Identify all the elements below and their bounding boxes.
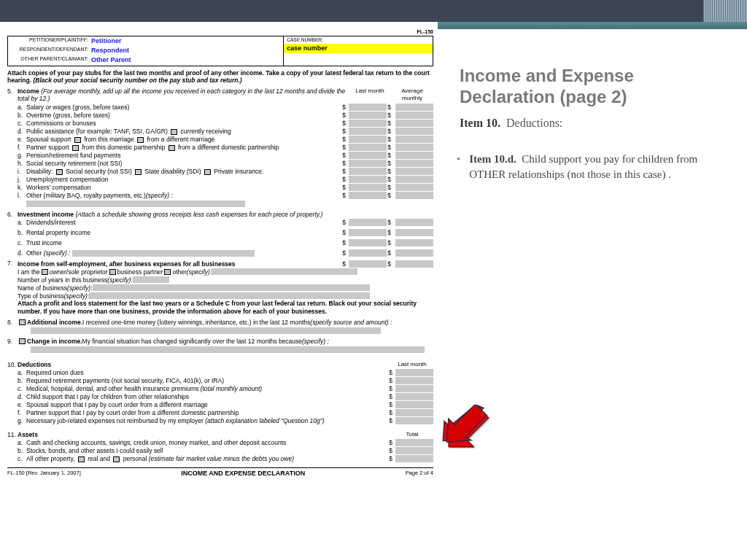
footer: FL-150 [Rev. January 1, 2007] INCOME AND… [7, 467, 433, 478]
line-10d: Child support that I pay for children fr… [26, 393, 388, 401]
petitioner-value: Petitioner [91, 37, 122, 45]
line-10e: Spousal support that I pay by court orde… [26, 401, 388, 409]
respondent-value: Respondent [91, 47, 129, 55]
fill-blank[interactable] [31, 346, 425, 353]
section-7-title: Income from self-employment, after busin… [18, 260, 341, 268]
line-5j: Unemployment compensation [26, 176, 341, 184]
line-10f: Partner support that I pay by court orde… [26, 409, 388, 417]
item-10d-bullet: • Item 10.d. Child support you pay for c… [460, 152, 715, 182]
teal-strip [438, 22, 747, 29]
line-5f: Partner support [26, 144, 69, 151]
section-10: 10. DeductionsLast month a.Required unio… [7, 361, 433, 425]
section-5: 5. Income (For average monthly, add up a… [7, 88, 433, 208]
line-6c: Trust income [26, 239, 341, 247]
checkbox[interactable] [56, 169, 63, 175]
respondent-label: RESPONDENT/DEFENDANT: [11, 47, 91, 55]
line-10a: Required union dues [26, 369, 388, 377]
line-11c: All other property, [26, 455, 74, 462]
line-11b: Stocks, bonds, and other assets I could … [26, 447, 388, 455]
footer-center: INCOME AND EXPENSE DECLARATION [181, 470, 305, 478]
instructions: Attach copies of your pay stubs for the … [7, 69, 433, 85]
section-5-title: Income [18, 88, 39, 95]
form-column: FL-150 PETITIONER/PLAINTIFF:Petitioner R… [0, 29, 438, 478]
line-5k: Workers' compensation [26, 184, 341, 192]
footer-left: FL-150 [Rev. January 1, 2007] [7, 470, 81, 478]
checkbox[interactable] [78, 456, 85, 462]
section-5-note: (For average monthly, add up all the inc… [18, 88, 345, 103]
other-parent-label: OTHER PARENT/CLAIMANT: [11, 56, 91, 64]
case-number-label: CASE NUMBER: [284, 36, 433, 44]
checkbox[interactable] [42, 269, 48, 275]
section-7-num: 7. [7, 260, 18, 315]
line-5e: Spousal support [26, 136, 71, 143]
item-10-heading: Item 10. Deductions: [460, 117, 715, 130]
line-5c: Commissions or bonuses [26, 120, 341, 128]
line-5i: Disability: [26, 168, 53, 175]
fill-blank[interactable] [93, 284, 370, 291]
case-number-value: case number [284, 44, 433, 53]
line-5a: Salary or wages (gross, before taxes) [26, 104, 341, 112]
checkbox[interactable] [135, 169, 142, 175]
arrow-icon [438, 405, 496, 448]
fill-blank[interactable] [26, 201, 245, 207]
line-5d: Public assistance (for example: TANF, SS… [26, 128, 168, 135]
line-10g: Necessary job-related expenses not reimb… [26, 417, 204, 424]
checkbox[interactable] [204, 169, 211, 175]
header-box: PETITIONER/PLAINTIFF:Petitioner RESPONDE… [7, 36, 433, 66]
line-10b: Required retirement payments (not social… [26, 377, 388, 385]
line-10c: Medical, hospital, dental, and other hea… [26, 385, 198, 392]
checkbox[interactable] [19, 319, 26, 325]
fill-blank[interactable] [72, 250, 255, 257]
checkbox[interactable] [137, 137, 144, 143]
checkbox[interactable] [72, 145, 79, 151]
line-5l: Other (military BAQ, royalty payments, e… [26, 192, 146, 199]
section-10-title: Deductions [18, 361, 391, 369]
section-5-num: 5. [7, 88, 18, 208]
fill-blank[interactable] [212, 268, 357, 275]
petitioner-label: PETITIONER/PLAINTIFF: [11, 37, 91, 45]
section-10-num: 10. [7, 361, 18, 425]
section-11: 11. AssetsTotal a.Cash and checking acco… [7, 431, 433, 463]
checkbox[interactable] [74, 137, 81, 143]
fill-blank[interactable] [133, 276, 169, 283]
section-7-attach: Attach a profit and loss statement for t… [18, 300, 433, 315]
checkbox[interactable] [164, 269, 171, 275]
line-6b: Rental property income [26, 229, 341, 237]
section-9-num: 9. [7, 338, 18, 354]
section-6-num: 6. [7, 211, 18, 257]
section-6: 6. Investment income (Attach a schedule … [7, 211, 433, 257]
section-11-num: 11. [7, 431, 18, 463]
checkbox[interactable] [109, 269, 116, 275]
section-6-title: Investment income [18, 211, 74, 218]
section-6-note: (Attach a schedule showing gross receipt… [75, 211, 322, 218]
footer-right: Page 2 of 4 [406, 470, 433, 478]
checkbox[interactable] [169, 145, 175, 151]
col-avg-monthly: Average monthly [391, 88, 433, 102]
line-5b: Overtime (gross, before taxes) [26, 112, 341, 120]
line-6a: Dividends/interest [26, 219, 341, 227]
instructions-italic: (Black out your social security number o… [33, 77, 241, 84]
fill-blank[interactable] [89, 292, 370, 299]
line-5g: Pension/retirement fund payments [26, 152, 341, 160]
section-8-num: 8. [7, 319, 18, 335]
line-5h: Social security retirement (not SSI) [26, 160, 341, 168]
checkbox[interactable] [19, 338, 26, 344]
line-11a: Cash and checking accounts, savings, cre… [26, 439, 388, 447]
top-bar [0, 0, 747, 22]
section-8: 8. Additional income. I received one-tim… [7, 319, 433, 335]
checkbox[interactable] [113, 456, 120, 462]
fill-blank[interactable] [31, 327, 381, 334]
section-7: 7. Income from self-employment, after bu… [7, 260, 433, 315]
section-9: 9. Change in income. My financial situat… [7, 338, 433, 354]
form-code: FL-150 [7, 29, 433, 36]
line-6d: Other [26, 249, 42, 257]
checkbox[interactable] [171, 129, 177, 135]
slide-title: Income and Expense Declaration (page 2) [460, 66, 715, 108]
section-11-title: Assets [18, 431, 391, 439]
col-last-month: Last month [349, 88, 391, 102]
other-parent-value: Other Parent [91, 56, 131, 64]
